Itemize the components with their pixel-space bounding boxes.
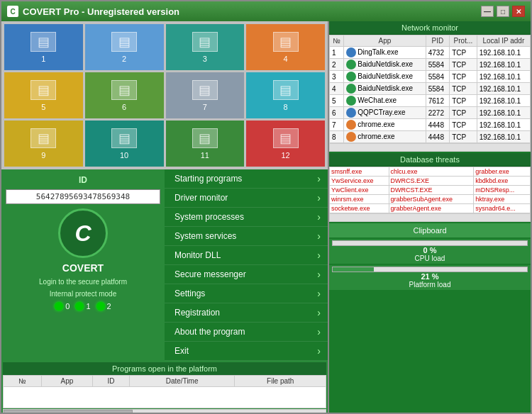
cpu-load-label: CPU load	[415, 254, 445, 262]
tile-7-img	[192, 80, 218, 100]
net-cell-prot: TCP	[450, 59, 477, 71]
db-row: smsnff.exe chlcu.exe grabber.exe	[330, 167, 531, 177]
net-cell-app: BaiduNetdisk.exe	[344, 71, 426, 83]
menu-secure-messenger[interactable]: Secure messenger ›	[165, 265, 328, 284]
menu-secure-messenger-arrow: ›	[317, 269, 321, 280]
menu-driver-monitor[interactable]: Driver monitor ›	[165, 189, 328, 208]
tile-7-num: 7	[203, 103, 207, 111]
menu-about[interactable]: About the program ›	[165, 323, 328, 342]
menu-system-services[interactable]: System services ›	[165, 227, 328, 246]
network-scrollbar[interactable]	[329, 143, 531, 152]
tile-5[interactable]: 5	[4, 72, 83, 118]
db-row: winrsm.exe grabberSubAgent.exe hktray.ex…	[330, 195, 531, 204]
net-icon	[346, 84, 356, 94]
db-cell-1: YwService.exe	[330, 177, 389, 186]
db-cell-3: hktray.exe	[474, 195, 531, 204]
tile-1-num: 1	[41, 55, 45, 63]
net-cell-ip: 192.168.10.1	[477, 119, 530, 131]
tile-6-img	[111, 80, 137, 100]
protect-label: Internal protect mode	[50, 290, 117, 298]
tile-3[interactable]: 3	[166, 24, 245, 70]
indicator-0-dot	[55, 302, 63, 310]
tiles-grid: 1 2 3 4 5 6 7 8 9 10 11 12	[1, 21, 328, 169]
close-button[interactable]: ✕	[512, 6, 525, 17]
net-cell-app: BaiduNetdisk.exe	[344, 59, 426, 71]
tile-1[interactable]: 1	[4, 24, 83, 70]
tile-10[interactable]: 10	[85, 121, 164, 167]
database-table: smsnff.exe chlcu.exe grabber.exe YwServi…	[329, 167, 531, 213]
db-row: socketwe.exe grabberAgent.exe sysnadr64.…	[330, 204, 531, 213]
network-title: Network monitor	[329, 21, 531, 35]
net-cell-num: 7	[330, 119, 344, 131]
menu-about-arrow: ›	[317, 326, 321, 337]
menu-registration-label: Registration	[174, 308, 220, 318]
net-row: 1 DingTalk.exe 4732 TCP 192.168.10.1	[330, 47, 531, 59]
clipboard-bar[interactable]: Clipboard	[329, 223, 531, 237]
minimize-button[interactable]: —	[481, 6, 494, 17]
programs-scrollbar[interactable]	[3, 409, 326, 413]
net-cell-ip: 192.168.10.1	[477, 71, 530, 83]
tile-8[interactable]: 8	[246, 72, 325, 118]
net-cell-pid: 4732	[426, 47, 449, 59]
net-cell-ip: 192.168.10.1	[477, 47, 530, 59]
maximize-button[interactable]: □	[497, 6, 509, 17]
tile-12[interactable]: 12	[246, 121, 325, 167]
net-icon	[346, 108, 356, 118]
net-cell-num: 8	[330, 131, 344, 143]
net-cell-ip: 192.168.10.1	[477, 83, 530, 95]
net-cell-pid: 2272	[426, 107, 449, 119]
menu-driver-monitor-arrow: ›	[317, 192, 321, 203]
menu-system-processes-label: System processes	[174, 212, 244, 222]
tile-2[interactable]: 2	[85, 24, 164, 70]
menu-registration[interactable]: Registration ›	[165, 303, 328, 323]
tile-1-img	[31, 32, 56, 52]
id-panel: ID 56427895693478569348 C COVERT Login t…	[1, 169, 165, 361]
tile-4[interactable]: 4	[246, 24, 325, 70]
net-cell-pid: 4448	[426, 119, 449, 131]
tile-11[interactable]: 11	[166, 121, 245, 167]
net-col-pid: PID	[426, 35, 449, 47]
net-cell-prot: TCP	[450, 119, 477, 131]
database-scrollbar[interactable]	[329, 213, 531, 222]
net-icon	[346, 132, 356, 142]
net-cell-prot: TCP	[450, 47, 477, 59]
programs-table: № App ID Date/Time File path	[3, 375, 326, 408]
indicator-1-dot	[75, 302, 84, 310]
id-label: ID	[79, 175, 87, 185]
menu-system-processes[interactable]: System processes ›	[165, 208, 328, 227]
net-cell-num: 6	[330, 107, 344, 119]
menu-monitor-dll[interactable]: Monitor DLL ›	[165, 246, 328, 265]
tile-4-img	[273, 32, 299, 52]
tile-9-img	[31, 128, 56, 148]
tile-5-num: 5	[41, 103, 45, 111]
menu-starting-programs[interactable]: Starting programs ›	[165, 169, 328, 189]
menu-settings[interactable]: Settings ›	[165, 284, 328, 303]
net-col-num: №	[330, 35, 344, 47]
indicator-2-dot	[96, 302, 105, 310]
logo-c-text: C	[74, 220, 91, 247]
menu-panel: Starting programs › Driver monitor › Sys…	[165, 169, 328, 361]
menu-system-services-label: System services	[174, 231, 236, 241]
col-id: ID	[93, 376, 130, 387]
db-cell-3: mDNSResp...	[474, 186, 531, 195]
table-row-empty	[4, 387, 326, 408]
database-title: Database threats	[329, 153, 531, 167]
db-cell-2: DWRCST.EXE	[389, 186, 474, 195]
app-icon: C	[7, 6, 18, 17]
net-row: 2 BaiduNetdisk.exe 5584 TCP 192.168.10.1	[330, 59, 531, 71]
menu-exit[interactable]: Exit ›	[165, 342, 328, 361]
col-app: App	[41, 376, 93, 387]
tile-9[interactable]: 9	[4, 121, 83, 167]
net-cell-ip: 192.168.10.1	[477, 59, 530, 71]
menu-monitor-dll-label: Monitor DLL	[174, 250, 221, 260]
db-cell-3: kbdkbd.exe	[474, 177, 531, 186]
tile-6[interactable]: 6	[85, 72, 164, 118]
cpu-load-value: 0 %	[423, 246, 437, 254]
col-filepath: File path	[235, 376, 326, 387]
tile-8-img	[273, 80, 299, 100]
net-cell-num: 2	[330, 59, 344, 71]
tile-7[interactable]: 7	[166, 72, 245, 118]
net-col-app: App	[344, 35, 426, 47]
col-num: №	[4, 376, 42, 387]
tile-10-num: 10	[120, 151, 128, 160]
